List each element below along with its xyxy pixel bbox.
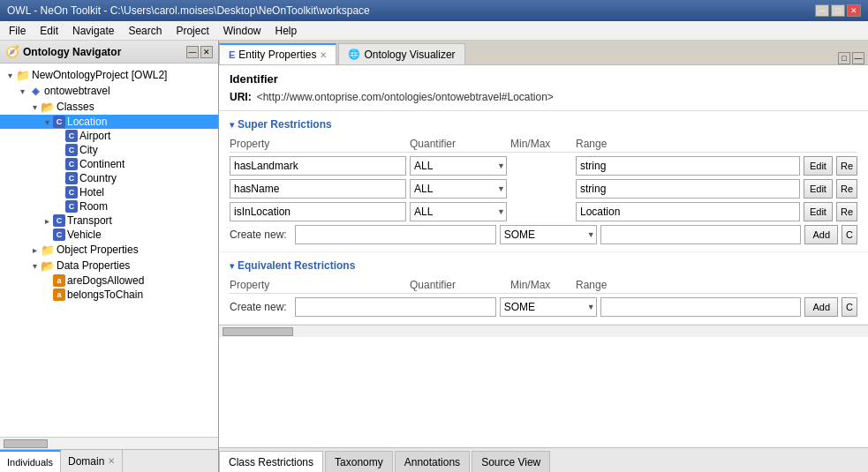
property-input-haslandmark[interactable] bbox=[230, 156, 406, 176]
right-panel-maximize[interactable]: □ bbox=[838, 52, 850, 64]
add-button-equiv[interactable]: Add bbox=[804, 297, 838, 317]
remove-button-haslandmark[interactable]: Re bbox=[836, 156, 857, 176]
uri-value: <http://www.ontoprise.com/ontologies/ont… bbox=[257, 91, 554, 103]
col-header-range-equiv: Range bbox=[576, 279, 857, 291]
entity-props-tab-close[interactable]: ✕ bbox=[320, 50, 327, 60]
tree-item-classes-folder[interactable]: ▾ 📂 Classes bbox=[0, 99, 218, 115]
menu-project[interactable]: Project bbox=[170, 23, 214, 39]
edit-button-hasname[interactable]: Edit bbox=[804, 179, 833, 199]
col-header-minmax-super: Min/Max bbox=[510, 138, 572, 150]
tree-item-hotel[interactable]: C Hotel bbox=[0, 185, 218, 199]
range-input-haslandmark[interactable] bbox=[576, 156, 800, 176]
tree-item-city[interactable]: C City bbox=[0, 143, 218, 157]
property-input-hasname[interactable] bbox=[230, 179, 406, 199]
super-restrictions-section: ▾ Super Restrictions Property Quantifier… bbox=[219, 111, 868, 252]
remove-button-hasname[interactable]: Re bbox=[836, 179, 857, 199]
tab-ontology-visualizer[interactable]: 🌐 Ontology Visualizer bbox=[338, 43, 464, 64]
close-button[interactable]: ✕ bbox=[847, 4, 861, 17]
expand-arrow-aredogs bbox=[41, 276, 53, 286]
uri-row: URI: <http://www.ontoprise.com/ontologie… bbox=[230, 91, 857, 103]
maximize-button[interactable]: □ bbox=[831, 4, 845, 17]
add-button-super[interactable]: Add bbox=[804, 225, 838, 244]
tree-item-country[interactable]: C Country bbox=[0, 171, 218, 185]
window-controls: ─ □ ✕ bbox=[815, 4, 861, 17]
tab-individuals[interactable]: Individuals bbox=[0, 450, 61, 472]
domain-tab-close: ✕ bbox=[108, 456, 115, 466]
tab-taxonomy[interactable]: Taxonomy bbox=[325, 451, 393, 472]
content-hscroll[interactable] bbox=[219, 325, 868, 337]
new-quantifier-wrapper-super: SOME ALL MIN MAX EXACTLY ▼ bbox=[500, 225, 597, 244]
bottom-tabs: Individuals Domain ✕ bbox=[0, 449, 218, 472]
quantifier-wrapper-haslandmark: ALL ▼ bbox=[410, 156, 507, 176]
tab-class-restrictions[interactable]: Class Restrictions bbox=[219, 451, 323, 472]
super-restrictions-arrow: ▾ bbox=[230, 120, 234, 130]
property-input-isinlocation[interactable] bbox=[230, 202, 406, 221]
remove-button-isinlocation[interactable]: Re bbox=[836, 202, 857, 221]
col-header-quantifier-equiv: Quantifier bbox=[410, 279, 507, 291]
quantifier-select-haslandmark[interactable]: ALL bbox=[410, 156, 507, 176]
tree-item-vehicle[interactable]: C Vehicle bbox=[0, 228, 218, 242]
tree-item-transport[interactable]: ▸ C Transport bbox=[0, 214, 218, 228]
tree-item-location[interactable]: ▾ C Location bbox=[0, 115, 218, 129]
new-property-input-equiv[interactable] bbox=[295, 297, 496, 317]
panel-controls: — ✕ bbox=[186, 46, 213, 58]
expand-arrow-belongsto bbox=[41, 290, 53, 300]
tree-item-project[interactable]: ▾ 📁 NewOntologyProject [OWL2] bbox=[0, 67, 218, 83]
right-panel-minimize[interactable]: — bbox=[852, 52, 864, 64]
quantifier-select-isinlocation[interactable]: ALL bbox=[410, 202, 507, 221]
cancel-button-equiv[interactable]: C bbox=[842, 297, 857, 317]
edit-button-haslandmark[interactable]: Edit bbox=[804, 156, 833, 176]
tree-item-object-properties[interactable]: ▸ 📁 Object Properties bbox=[0, 242, 218, 258]
quantifier-select-hasname[interactable]: ALL bbox=[410, 179, 507, 199]
expand-arrow-continent bbox=[53, 160, 65, 169]
minimize-button[interactable]: ─ bbox=[815, 4, 829, 17]
tree-item-data-properties[interactable]: ▾ 📂 Data Properties bbox=[0, 258, 218, 273]
menu-navigate[interactable]: Navigate bbox=[67, 23, 119, 39]
tab-source-view[interactable]: Source View bbox=[472, 451, 550, 472]
new-range-input-equiv[interactable] bbox=[600, 297, 802, 317]
tab-annotations[interactable]: Annotations bbox=[395, 451, 470, 472]
tab-domain[interactable]: Domain ✕ bbox=[61, 450, 123, 472]
new-property-input-super[interactable] bbox=[295, 225, 496, 244]
equivalent-restrictions-arrow: ▾ bbox=[230, 261, 234, 271]
panel-close-button[interactable]: ✕ bbox=[200, 46, 213, 58]
new-range-input-super[interactable] bbox=[600, 225, 802, 244]
tree-item-airport[interactable]: C Airport bbox=[0, 129, 218, 143]
ontology-navigator-title: 🧭 Ontology Navigator bbox=[5, 45, 121, 58]
expand-arrow-country bbox=[53, 174, 65, 184]
class-icon-hotel: C bbox=[65, 186, 78, 199]
new-quantifier-select-super[interactable]: SOME ALL MIN MAX EXACTLY bbox=[500, 225, 597, 244]
menu-edit[interactable]: Edit bbox=[34, 23, 64, 39]
project-icon: 📁 bbox=[16, 68, 30, 82]
left-panel: 🧭 Ontology Navigator — ✕ ▾ 📁 NewOntology… bbox=[0, 41, 219, 472]
panel-minimize-button[interactable]: — bbox=[186, 46, 199, 58]
tree-item-are-dogs[interactable]: a areDogsAllowed bbox=[0, 273, 218, 288]
restriction-row-hasname: ALL ▼ Edit Re bbox=[230, 179, 857, 199]
menu-window[interactable]: Window bbox=[218, 23, 267, 39]
scrollable-content[interactable]: ▾ Super Restrictions Property Quantifier… bbox=[219, 111, 868, 447]
ontology-tree[interactable]: ▾ 📁 NewOntologyProject [OWL2] ▾ ◈ ontowe… bbox=[0, 64, 218, 437]
range-input-hasname[interactable] bbox=[576, 179, 800, 199]
expand-arrow-room bbox=[53, 202, 65, 212]
menu-help[interactable]: Help bbox=[269, 23, 302, 39]
title-bar: OWL - NeOn Toolkit - C:\Users\carol.mois… bbox=[0, 0, 868, 21]
menu-file[interactable]: File bbox=[4, 23, 31, 39]
tree-item-belongs-to[interactable]: a belongsToChain bbox=[0, 288, 218, 302]
ontology-icon: ◈ bbox=[28, 84, 42, 98]
menu-search[interactable]: Search bbox=[123, 23, 167, 39]
tree-item-ontology[interactable]: ▾ ◈ ontowebtravel bbox=[0, 83, 218, 99]
identifier-title: Identifier bbox=[230, 72, 857, 86]
tree-item-room[interactable]: C Room bbox=[0, 199, 218, 214]
dprop-icon-belongsto: a bbox=[53, 288, 65, 301]
data-props-icon: 📂 bbox=[41, 258, 55, 273]
edit-button-isinlocation[interactable]: Edit bbox=[804, 202, 833, 221]
cancel-button-super[interactable]: C bbox=[842, 225, 857, 244]
tree-hscroll[interactable] bbox=[0, 437, 218, 449]
expand-arrow-project: ▾ bbox=[4, 71, 16, 80]
tree-item-continent[interactable]: C Continent bbox=[0, 157, 218, 171]
nav-icon: 🧭 bbox=[5, 45, 19, 58]
tab-entity-properties[interactable]: E Entity Properties ✕ bbox=[219, 43, 336, 64]
new-quantifier-select-equiv[interactable]: SOME ALL MIN MAX EXACTLY bbox=[500, 297, 597, 317]
range-input-isinlocation[interactable] bbox=[576, 202, 800, 221]
menu-bar: File Edit Navigate Search Project Window… bbox=[0, 21, 868, 41]
